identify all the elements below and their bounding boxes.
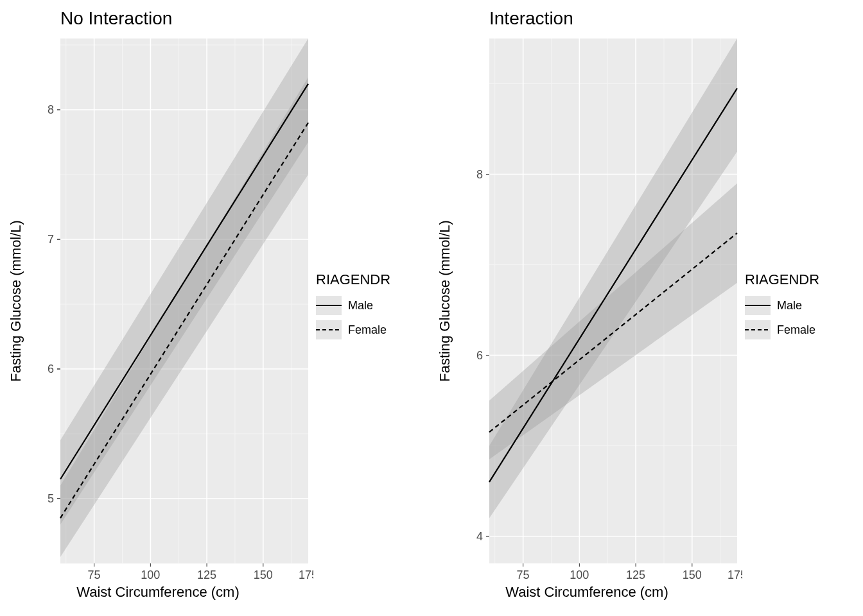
- plot-area-right: 75100125150175468Fasting Glucose (mmol/L…: [432, 35, 742, 583]
- x-tick-label: 150: [254, 569, 273, 581]
- legend-label-female: Female: [777, 323, 815, 337]
- y-tick-label: 8: [48, 103, 54, 116]
- legend-title: RIAGENDR: [745, 271, 860, 288]
- panel-title: Interaction: [432, 5, 742, 35]
- plot-area-left: 751001251501755678Fasting Glucose (mmol/…: [3, 35, 313, 583]
- y-axis-label: Fasting Glucose (mmol/L): [8, 220, 24, 382]
- legend-key-female: [316, 320, 342, 339]
- legend-title: RIAGENDR: [316, 271, 432, 288]
- y-tick-label: 7: [48, 233, 54, 246]
- panel-no-interaction: No Interaction 751001251501755678Fasting…: [3, 5, 432, 611]
- x-tick-label: 100: [570, 569, 589, 581]
- y-tick-label: 8: [476, 168, 483, 181]
- legend-label-male: Male: [348, 299, 373, 312]
- legend: RIAGENDR Male Female: [313, 5, 432, 611]
- x-tick-label: 100: [141, 569, 160, 581]
- y-tick-label: 6: [476, 349, 483, 362]
- legend-label-male: Male: [777, 299, 802, 312]
- y-tick-label: 6: [48, 363, 54, 375]
- legend-item-male: Male: [745, 296, 860, 315]
- legend-label-female: Female: [348, 323, 387, 337]
- x-tick-label: 75: [517, 569, 530, 581]
- x-tick-label: 150: [683, 569, 702, 581]
- x-tick-label: 175: [728, 569, 742, 581]
- legend-item-male: Male: [316, 296, 432, 315]
- legend: RIAGENDR Male Female: [742, 5, 860, 611]
- x-tick-label: 125: [626, 569, 645, 581]
- x-axis-label: Waist Circumference (cm): [3, 583, 313, 611]
- y-tick-label: 5: [48, 492, 54, 505]
- legend-key-female: [745, 320, 771, 339]
- panel-interaction: Interaction 75100125150175468Fasting Glu…: [432, 5, 860, 611]
- legend-key-male: [316, 296, 342, 315]
- figure-container: No Interaction 751001251501755678Fasting…: [0, 0, 863, 616]
- x-tick-label: 175: [299, 569, 313, 581]
- panel-title: No Interaction: [3, 5, 313, 35]
- y-tick-label: 4: [476, 530, 483, 543]
- y-axis-label: Fasting Glucose (mmol/L): [437, 220, 453, 382]
- x-tick-label: 75: [88, 569, 101, 581]
- x-axis-label: Waist Circumference (cm): [432, 583, 742, 611]
- legend-key-male: [745, 296, 771, 315]
- x-tick-label: 125: [197, 569, 216, 581]
- legend-item-female: Female: [316, 320, 432, 339]
- legend-item-female: Female: [745, 320, 860, 339]
